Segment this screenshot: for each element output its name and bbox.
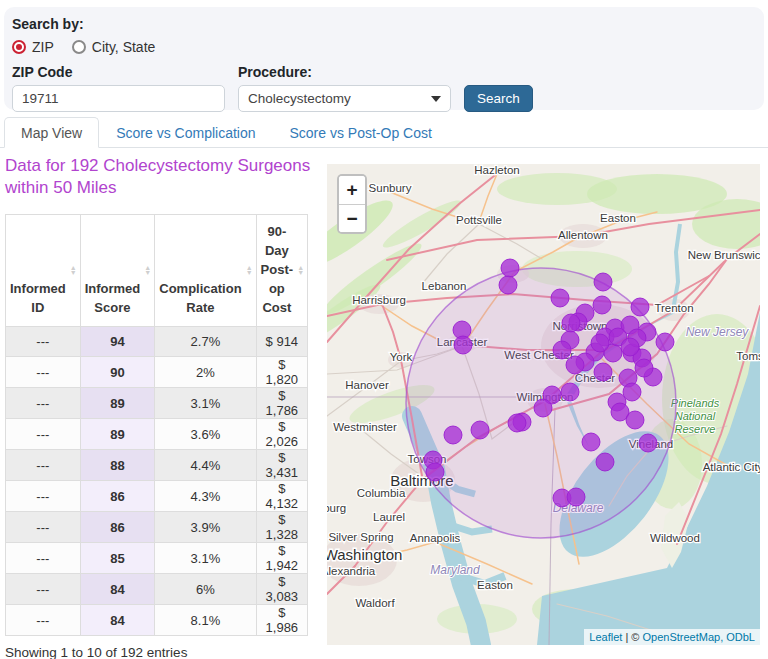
search-button[interactable]: Search bbox=[464, 85, 533, 112]
map-label: Reserve bbox=[675, 423, 716, 435]
map-label: National bbox=[675, 410, 716, 422]
table-cell: 3.1% bbox=[155, 543, 256, 574]
surgeon-marker[interactable] bbox=[626, 411, 644, 429]
map-label: Easton bbox=[600, 212, 636, 224]
column-header[interactable]: Informed ID▲▼ bbox=[6, 215, 81, 327]
table-row: ---864.3%$ 4,132 bbox=[6, 481, 308, 512]
zip-code-input[interactable]: 19711 bbox=[12, 85, 225, 112]
table-row: ---884.4%$ 3,431 bbox=[6, 450, 308, 481]
map-label: Alexandria bbox=[327, 565, 376, 577]
column-header[interactable]: Complication Rate▲▼ bbox=[155, 215, 256, 327]
tab-score-vs-post-op-cost[interactable]: Score vs Post-Op Cost bbox=[273, 117, 449, 148]
procedure-select[interactable]: Cholecystectomy bbox=[238, 85, 451, 112]
table-cell: $ 914 bbox=[256, 327, 308, 357]
table-cell: --- bbox=[6, 605, 81, 636]
table-cell: $ 4,132 bbox=[256, 481, 308, 512]
surgeon-marker[interactable] bbox=[594, 363, 612, 381]
table-cell: --- bbox=[6, 543, 81, 574]
surgeon-marker[interactable] bbox=[623, 383, 641, 401]
table-cell: 86 bbox=[80, 512, 155, 543]
surgeon-marker[interactable] bbox=[553, 341, 571, 359]
zoom-in-button[interactable]: + bbox=[339, 176, 365, 204]
chevron-down-icon bbox=[431, 96, 441, 102]
radio-option-0[interactable]: ZIP bbox=[12, 39, 54, 55]
search-panel: Search by: ZIPCity, State ZIP Code 19711… bbox=[4, 7, 764, 110]
results-column: Data for 192 Cholecystectomy Surgeons wi… bbox=[5, 155, 313, 659]
surgeon-marker[interactable] bbox=[444, 426, 462, 444]
table-cell: 88 bbox=[80, 450, 155, 481]
surgeon-marker[interactable] bbox=[582, 433, 600, 451]
table-cell: 86 bbox=[80, 481, 155, 512]
surgeon-marker[interactable] bbox=[534, 399, 552, 417]
map-label: Harrisburg bbox=[352, 294, 406, 306]
radio-label: ZIP bbox=[32, 39, 54, 55]
zip-code-value: 19711 bbox=[22, 91, 59, 106]
surgeon-marker[interactable] bbox=[501, 259, 519, 277]
zoom-out-button[interactable]: − bbox=[339, 204, 365, 232]
surgeon-marker[interactable] bbox=[562, 314, 580, 332]
table-cell: 3.9% bbox=[155, 512, 256, 543]
column-header[interactable]: Informed Score▲▼ bbox=[80, 215, 155, 327]
table-row: ---846%$ 3,083 bbox=[6, 574, 308, 605]
sort-icon: ▲▼ bbox=[144, 265, 151, 275]
procedure-value: Cholecystectomy bbox=[248, 91, 351, 106]
leaflet-link[interactable]: Leaflet bbox=[589, 631, 622, 643]
sort-icon: ▲▼ bbox=[297, 265, 304, 275]
leaflet-map[interactable]: HazletonSunburyPottsvilleLebanonHarrisbu… bbox=[327, 164, 760, 645]
tab-score-vs-complication[interactable]: Score vs Complication bbox=[99, 117, 272, 148]
surgeon-marker[interactable] bbox=[561, 383, 579, 401]
odbl-link[interactable]: , ODbL bbox=[720, 631, 755, 643]
table-cell: 3.1% bbox=[155, 388, 256, 419]
surgeon-marker[interactable] bbox=[596, 453, 614, 471]
map-label: York bbox=[390, 351, 413, 363]
surgeon-marker[interactable] bbox=[426, 463, 444, 481]
table-cell: 85 bbox=[80, 543, 155, 574]
surgeon-marker[interactable] bbox=[566, 356, 584, 374]
table-row: ---848.1%$ 1,986 bbox=[6, 605, 308, 636]
table-cell: --- bbox=[6, 388, 81, 419]
osm-link[interactable]: OpenStreetMap bbox=[642, 631, 720, 643]
map-label: Hanover bbox=[345, 379, 389, 391]
surgeon-marker[interactable] bbox=[508, 414, 526, 432]
table-cell: 6% bbox=[155, 574, 256, 605]
table-cell: 2% bbox=[155, 357, 256, 388]
table-row: ---942.7%$ 914 bbox=[6, 327, 308, 357]
procedure-label: Procedure: bbox=[238, 64, 451, 80]
surgeon-marker[interactable] bbox=[656, 333, 674, 351]
surgeon-marker[interactable] bbox=[551, 289, 569, 307]
table-row: ---902%$ 1,820 bbox=[6, 357, 308, 388]
entries-summary: Showing 1 to 10 of 192 entries bbox=[5, 645, 313, 659]
table-row: ---893.6%$ 2,026 bbox=[6, 419, 308, 450]
table-cell: 94 bbox=[80, 327, 155, 357]
surgeon-marker[interactable] bbox=[621, 338, 639, 356]
map-label: Gaithersburg bbox=[327, 502, 346, 514]
table-cell: 3.6% bbox=[155, 419, 256, 450]
map-label: Waldorf bbox=[355, 597, 395, 609]
column-header[interactable]: 90-Day Post-op Cost▲▼ bbox=[256, 215, 308, 327]
table-cell: 4.4% bbox=[155, 450, 256, 481]
surgeon-marker[interactable] bbox=[567, 488, 585, 506]
map-label: Silver Spring bbox=[328, 531, 393, 543]
surgeon-marker[interactable] bbox=[471, 421, 489, 439]
tab-map-view[interactable]: Map View bbox=[4, 117, 99, 148]
surgeon-marker[interactable] bbox=[594, 273, 612, 291]
results-title: Data for 192 Cholecystectomy Surgeons wi… bbox=[5, 155, 313, 199]
map-attribution: Leaflet | © OpenStreetMap, ODbL bbox=[584, 629, 760, 645]
surgeon-marker[interactable] bbox=[639, 434, 657, 452]
surgeon-marker[interactable] bbox=[499, 276, 517, 294]
table-cell: 89 bbox=[80, 388, 155, 419]
surgeon-marker[interactable] bbox=[635, 359, 653, 377]
surgeon-marker[interactable] bbox=[631, 298, 649, 316]
table-cell: --- bbox=[6, 574, 81, 605]
table-cell: $ 2,026 bbox=[256, 419, 308, 450]
map-label: Maryland bbox=[430, 563, 480, 577]
surgeon-marker[interactable] bbox=[593, 296, 611, 314]
surgeon-marker[interactable] bbox=[591, 334, 609, 352]
table-row: ---863.9%$ 1,328 bbox=[6, 512, 308, 543]
radio-option-1[interactable]: City, State bbox=[72, 39, 156, 55]
radio-icon bbox=[72, 40, 86, 54]
tab-bar: Map ViewScore vs ComplicationScore vs Po… bbox=[0, 117, 768, 148]
surgeon-marker[interactable] bbox=[454, 336, 472, 354]
table-cell: 2.7% bbox=[155, 327, 256, 357]
table-cell: --- bbox=[6, 357, 81, 388]
